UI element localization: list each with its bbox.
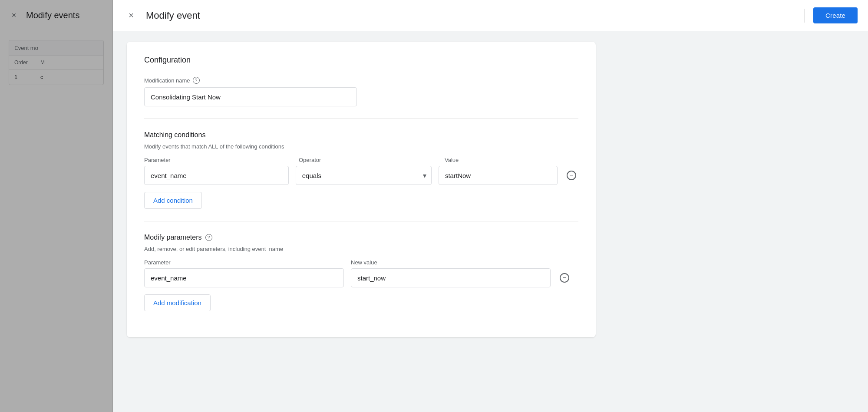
remove-condition-icon: − [567, 171, 576, 180]
section-divider-2 [144, 221, 578, 221]
modification-name-help-icon[interactable]: ? [193, 77, 200, 84]
modify-parameters-help-icon[interactable]: ? [205, 234, 212, 241]
modal-content: Configuration Modification name ? Matchi… [113, 31, 868, 412]
header-divider [804, 9, 805, 23]
condition-row: equals contains starts with ends with ▾ … [144, 166, 578, 185]
remove-condition-button[interactable]: − [564, 168, 578, 182]
close-modal-button[interactable]: × [123, 8, 139, 23]
remove-modification-icon: − [560, 273, 569, 283]
mod-new-value-col-label: New value [351, 259, 551, 266]
add-condition-button[interactable]: Add condition [144, 192, 202, 209]
section-divider-1 [144, 119, 578, 119]
mod-new-value-wrapper [351, 268, 551, 287]
config-card: Configuration Modification name ? Matchi… [127, 42, 596, 337]
add-modification-button[interactable]: Add modification [144, 294, 211, 311]
modify-parameters-section: Modify parameters ? Add, remove, or edit… [144, 234, 578, 311]
condition-operator-select[interactable]: equals contains starts with ends with [296, 166, 432, 185]
modify-parameters-title: Modify parameters ? [144, 234, 578, 241]
condition-operator-wrapper: equals contains starts with ends with ▾ [296, 166, 432, 185]
modification-name-label: Modification name ? [144, 77, 578, 84]
condition-value-wrapper [439, 166, 558, 185]
matching-conditions-section: Matching conditions Modify events that m… [144, 131, 578, 209]
modification-name-input[interactable] [144, 87, 357, 106]
create-button[interactable]: Create [813, 7, 858, 23]
operator-col-label: Operator [299, 157, 438, 163]
modal-header: × Modify event Create [113, 0, 868, 31]
mod-parameter-col-label: Parameter [144, 259, 344, 266]
remove-modification-button[interactable]: − [558, 271, 571, 285]
modification-name-section: Modification name ? [144, 77, 578, 106]
mod-parameter-input[interactable] [144, 268, 344, 287]
mod-new-value-input[interactable] [351, 268, 551, 287]
operator-select-wrapper: equals contains starts with ends with ▾ [296, 166, 432, 185]
mod-parameter-wrapper [144, 268, 344, 287]
modify-parameters-subtitle: Add, remove, or edit parameters, includi… [144, 246, 578, 252]
condition-parameter-input[interactable] [144, 166, 289, 185]
matching-conditions-title: Matching conditions [144, 131, 578, 139]
modal-title: Modify event [146, 10, 804, 21]
config-title: Configuration [144, 56, 578, 65]
matching-conditions-subtitle: Modify events that match ALL of the foll… [144, 143, 578, 150]
modify-event-modal: × Modify event Create Configuration Modi… [113, 0, 868, 412]
parameter-col-label: Parameter [144, 157, 292, 163]
modify-params-row: − [144, 268, 578, 287]
condition-parameter-wrapper [144, 166, 289, 185]
value-col-label: Value [445, 157, 566, 163]
condition-value-input[interactable] [439, 166, 558, 185]
